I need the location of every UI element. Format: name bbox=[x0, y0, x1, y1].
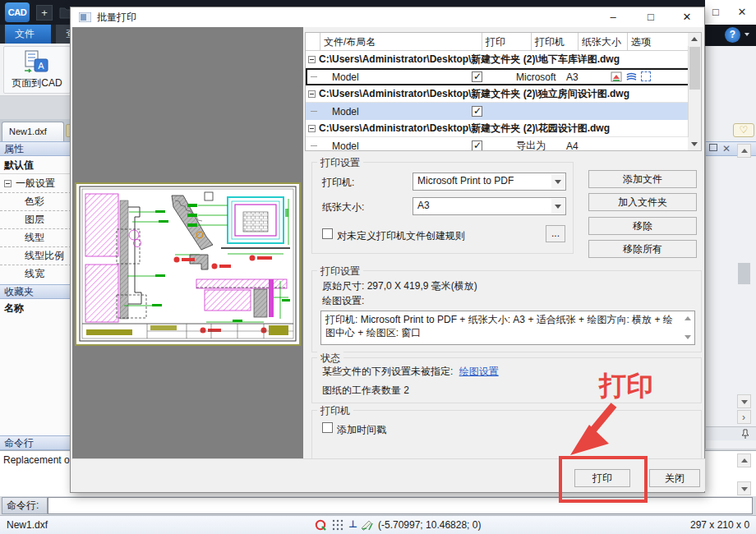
collapse-icon[interactable] bbox=[308, 56, 316, 63]
properties-panel-header[interactable]: 属性 bbox=[0, 141, 71, 156]
dialog-title: 批量打印 bbox=[97, 11, 136, 25]
browse-rule-button[interactable]: ... bbox=[546, 225, 565, 242]
printer-combobox[interactable]: Microsoft Print to PDF bbox=[413, 173, 566, 191]
dialog-maximize-button[interactable]: □ bbox=[638, 8, 663, 25]
app-menu-button[interactable]: CAD bbox=[5, 2, 30, 22]
grid-snap-icon[interactable] bbox=[332, 519, 343, 533]
print-checkbox[interactable] bbox=[472, 140, 482, 151]
header-file-layout[interactable]: 文件/布局名 bbox=[320, 33, 482, 50]
document-tab[interactable]: New1.dxf bbox=[2, 122, 64, 141]
right-scroll-up[interactable] bbox=[737, 144, 751, 158]
draw-mode-icon[interactable] bbox=[360, 518, 374, 534]
table-row-layout-2-selected[interactable]: Model bbox=[306, 103, 701, 120]
panel-close-icon[interactable]: ✕ bbox=[722, 142, 731, 156]
command-panel-header[interactable]: 命令行 bbox=[0, 435, 72, 450]
header-printer[interactable]: 打印机 bbox=[532, 33, 579, 50]
statusbar-coordinates: (-5.70997; 10.46828; 0) bbox=[378, 519, 481, 531]
table-row-layout-1[interactable]: Model Microsoft A3 bbox=[306, 68, 701, 85]
paper-size-combobox[interactable]: A3 bbox=[413, 197, 566, 215]
table-row-group-1[interactable]: C:\Users\Administrator\Desktop\新建文件夹 (2)… bbox=[306, 51, 701, 68]
header-print[interactable]: 打印 bbox=[482, 33, 532, 50]
dialog-titlebar[interactable]: 批量打印 – □ ✕ bbox=[71, 7, 704, 27]
dialog-minimize-button[interactable]: – bbox=[601, 8, 625, 25]
header-paper-size[interactable]: 纸张大小 bbox=[579, 33, 628, 50]
close-button[interactable]: 关闭 bbox=[649, 469, 700, 487]
plot-summary-box: 打印机: Microsoft Print to PDF + 纸张大小: A3 +… bbox=[320, 311, 695, 345]
preview-backdrop bbox=[72, 27, 303, 466]
help-dropdown-icon[interactable] bbox=[744, 33, 749, 36]
favorite-icon[interactable]: ♡ bbox=[733, 123, 754, 137]
tab-file[interactable]: 文件 bbox=[5, 25, 51, 44]
plot-settings-link[interactable]: 绘图设置 bbox=[459, 366, 499, 377]
help-button[interactable]: ? bbox=[725, 27, 740, 43]
favorites-panel-header[interactable]: 收藏夹 bbox=[0, 284, 71, 299]
cmd-scroll-up[interactable] bbox=[737, 453, 751, 467]
print-checkbox[interactable] bbox=[472, 71, 482, 82]
window-area-icon[interactable] bbox=[641, 71, 651, 81]
unassigned-settings-text: 某些文件的下列设置未被指定: 绘图设置 bbox=[322, 365, 499, 379]
properties-panel: 属性 默认值 一般设置 色彩 图层 线型 线型比例 线宽 收藏夹 名称 bbox=[0, 141, 72, 435]
page-to-cad-icon: A bbox=[23, 50, 51, 76]
command-history-text: Replacement o bbox=[3, 454, 72, 466]
printer-group: 打印机 添加时间戳 bbox=[311, 410, 702, 461]
tree-connector bbox=[311, 76, 317, 77]
panel-float-icon[interactable] bbox=[709, 144, 717, 151]
collapse-icon[interactable] bbox=[308, 125, 316, 132]
table-scroll-thumb[interactable] bbox=[689, 47, 700, 90]
object-snap-icon[interactable] bbox=[315, 518, 328, 534]
header-expand-col bbox=[306, 33, 320, 50]
tree-item-color[interactable]: 色彩 bbox=[0, 192, 71, 210]
printer-group-legend: 打印机 bbox=[317, 404, 353, 418]
ortho-mode-icon[interactable]: ⊥ bbox=[348, 518, 357, 530]
cmd-scroll-down[interactable] bbox=[737, 481, 751, 495]
app-close-button[interactable]: ✕ bbox=[735, 5, 749, 20]
print-file-table: 文件/布局名 打印 打印机 纸张大小 选项 C:\Users\Administr… bbox=[305, 32, 702, 151]
new-file-icon[interactable]: + bbox=[36, 5, 53, 21]
dialog-close-button[interactable]: ✕ bbox=[675, 8, 699, 25]
right-side-panel: ♡ ✕ › bbox=[705, 46, 756, 449]
tree-item-linetype-scale[interactable]: 线型比例 bbox=[0, 246, 71, 265]
plot-stamp-icon[interactable] bbox=[611, 71, 622, 82]
cad-drawing-preview bbox=[76, 184, 299, 344]
table-scrollbar[interactable] bbox=[688, 33, 701, 150]
tree-item-lineweight[interactable]: 线宽 bbox=[0, 265, 71, 283]
summary-scroll-down-icon[interactable] bbox=[685, 335, 691, 339]
plot-settings-label: 绘图设置: bbox=[322, 294, 364, 308]
create-rule-checkbox[interactable] bbox=[322, 228, 333, 239]
collapse-icon[interactable] bbox=[308, 90, 316, 98]
row-option-icons bbox=[611, 71, 651, 82]
right-scroll-thumb[interactable] bbox=[738, 263, 750, 284]
pin-icon[interactable] bbox=[740, 429, 750, 440]
page-to-cad-button[interactable]: A 页面到CAD bbox=[3, 46, 71, 94]
print-checkbox[interactable] bbox=[472, 106, 482, 117]
collapse-icon[interactable] bbox=[4, 180, 12, 187]
timestamp-label: 添加时间戳 bbox=[337, 423, 386, 437]
header-options[interactable]: 选项 bbox=[628, 33, 689, 50]
tree-item-layer[interactable]: 图层 bbox=[0, 210, 71, 228]
right-scroll-down[interactable] bbox=[737, 394, 751, 408]
timestamp-checkbox[interactable] bbox=[322, 422, 333, 433]
tree-item-linetype[interactable]: 线型 bbox=[0, 228, 71, 246]
name-label: 名称 bbox=[0, 299, 71, 317]
add-folder-button[interactable]: 加入文件夹 bbox=[588, 193, 697, 211]
chevron-down-icon[interactable] bbox=[551, 199, 565, 214]
create-rule-label: 对未定义打印机文件创建规则 bbox=[337, 229, 465, 243]
layers-icon[interactable] bbox=[625, 71, 638, 82]
panel-expand-right[interactable]: › bbox=[737, 410, 751, 424]
remove-all-button[interactable]: 移除所有 bbox=[588, 240, 697, 258]
pin-strip bbox=[706, 426, 756, 440]
remove-button[interactable]: 移除 bbox=[588, 217, 697, 235]
screen: CAD + 文件 查看 A 页面到CAD New1.dxf ✕ 属性 默认值 一… bbox=[0, 0, 756, 534]
command-prompt-label: 命令行: bbox=[2, 497, 48, 514]
tree-connector bbox=[311, 145, 317, 146]
tree-root-general-settings[interactable]: 一般设置 bbox=[0, 174, 71, 192]
table-row-group-2[interactable]: C:\Users\Administrator\Desktop\新建文件夹 (2)… bbox=[306, 85, 701, 103]
summary-scroll-up-icon[interactable] bbox=[685, 316, 691, 320]
help-strip: ? bbox=[703, 25, 756, 46]
table-row-layout-3-partial[interactable]: Model 导出为 A4 bbox=[306, 137, 701, 151]
app-maximize-button[interactable]: □ bbox=[708, 5, 723, 20]
add-file-button[interactable]: 添加文件 bbox=[588, 170, 697, 188]
chevron-down-icon[interactable] bbox=[551, 174, 565, 189]
table-row-group-3[interactable]: C:\Users\Administrator\Desktop\新建文件夹 (2)… bbox=[306, 120, 701, 137]
printer-label: 打印机: bbox=[322, 176, 354, 190]
